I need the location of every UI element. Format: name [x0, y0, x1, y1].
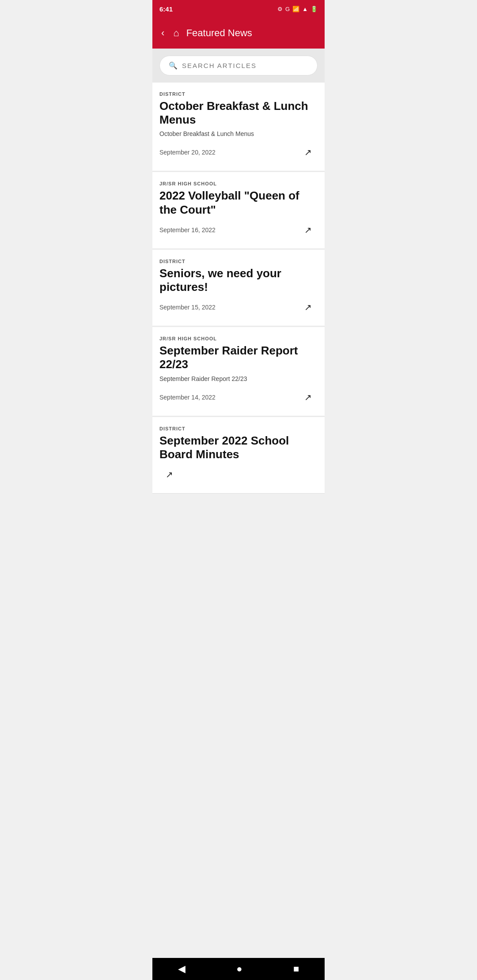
news-title: Seniors, we need your pictures! [159, 267, 318, 294]
signal-icon: ▲ [302, 6, 308, 12]
news-item[interactable]: JR/SR HIGH SCHOOL 2022 Volleyball "Queen… [152, 172, 325, 249]
news-footer: ↗︎ [159, 465, 318, 484]
news-list: DISTRICT October Breakfast & Lunch Menus… [152, 83, 325, 494]
share-button[interactable]: ↗︎ [298, 298, 318, 317]
news-subtitle: October Breakfast & Lunch Menus [159, 130, 318, 137]
news-category: DISTRICT [159, 426, 318, 431]
settings-icon: ⚙ [277, 6, 283, 12]
google-icon: G [285, 6, 290, 12]
news-footer: September 16, 2022 ↗︎ [159, 220, 318, 240]
news-item[interactable]: DISTRICT October Breakfast & Lunch Menus… [152, 83, 325, 171]
search-input[interactable] [182, 62, 308, 69]
share-icon: ↗︎ [304, 147, 312, 158]
share-button[interactable]: ↗︎ [159, 465, 179, 484]
share-button[interactable]: ↗︎ [298, 388, 318, 407]
bottom-navigation: ◀ ● ■ [152, 958, 325, 980]
app-bar: ‹ ⌂ Featured News [152, 18, 325, 49]
news-category: DISTRICT [159, 91, 318, 97]
news-title: October Breakfast & Lunch Menus [159, 99, 318, 127]
search-icon: 🔍 [169, 61, 178, 70]
recents-nav-button[interactable]: ■ [284, 961, 308, 976]
news-date: September 14, 2022 [159, 394, 216, 401]
news-date: September 16, 2022 [159, 226, 216, 234]
news-item[interactable]: DISTRICT September 2022 School Board Min… [152, 417, 325, 494]
news-footer: September 14, 2022 ↗︎ [159, 388, 318, 407]
status-icons: ⚙ G 📶 ▲ 🔋 [277, 6, 318, 12]
news-footer: September 15, 2022 ↗︎ [159, 298, 318, 317]
home-nav-button[interactable]: ● [227, 961, 251, 976]
home-button[interactable]: ⌂ [171, 26, 181, 41]
news-item[interactable]: DISTRICT Seniors, we need your pictures!… [152, 250, 325, 326]
share-icon: ↗︎ [304, 302, 312, 313]
share-button[interactable]: ↗︎ [298, 143, 318, 162]
share-button[interactable]: ↗︎ [298, 220, 318, 240]
share-icon: ↗︎ [166, 469, 173, 480]
news-title: September 2022 School Board Minutes [159, 434, 318, 461]
news-category: DISTRICT [159, 259, 318, 264]
back-nav-button[interactable]: ◀ [169, 961, 194, 976]
news-subtitle: September Raider Report 22/23 [159, 375, 318, 382]
news-title: 2022 Volleyball "Queen of the Court" [159, 189, 318, 216]
news-footer: September 20, 2022 ↗︎ [159, 143, 318, 162]
search-container: 🔍 [152, 49, 325, 83]
back-button[interactable]: ‹ [159, 26, 166, 41]
search-bar[interactable]: 🔍 [159, 56, 318, 75]
news-category: JR/SR HIGH SCHOOL [159, 181, 318, 186]
status-time: 6:41 [159, 5, 173, 13]
share-icon: ↗︎ [304, 392, 312, 403]
news-title: September Raider Report 22/23 [159, 344, 318, 371]
news-date: September 15, 2022 [159, 304, 216, 311]
news-item[interactable]: JR/SR HIGH SCHOOL September Raider Repor… [152, 327, 325, 416]
battery-icon: 🔋 [310, 6, 318, 12]
page-title: Featured News [186, 27, 318, 39]
network-icon: 📶 [292, 6, 299, 12]
news-date: September 20, 2022 [159, 149, 216, 156]
news-category: JR/SR HIGH SCHOOL [159, 336, 318, 341]
share-icon: ↗︎ [304, 225, 312, 235]
status-bar: 6:41 ⚙ G 📶 ▲ 🔋 [152, 0, 325, 18]
